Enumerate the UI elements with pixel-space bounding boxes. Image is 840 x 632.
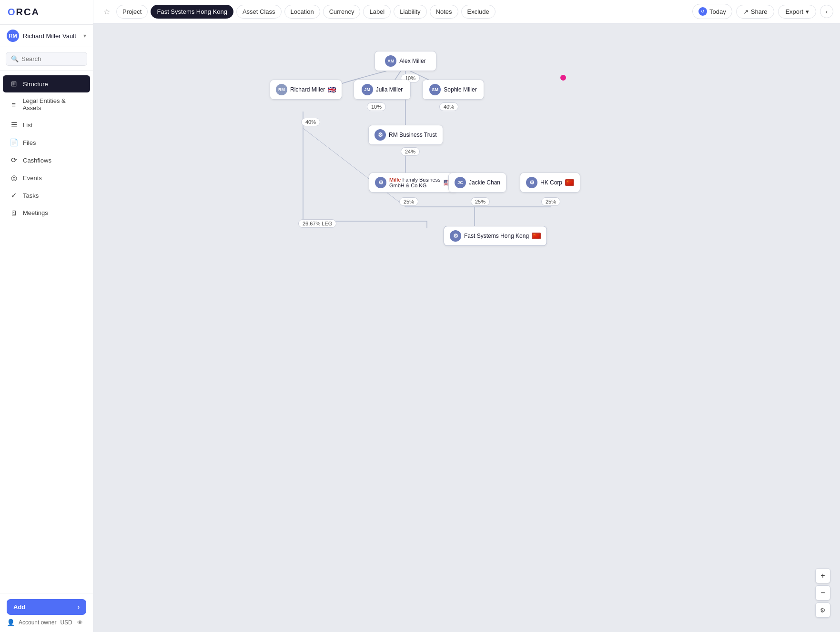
label-julia-miller: Julia Miller [376, 86, 403, 93]
share-icon: ↗ [743, 8, 749, 15]
pink-dot [560, 75, 566, 81]
node-fast-systems-hk[interactable]: ⚙ Fast Systems Hong Kong 🇨🇳 [444, 226, 547, 246]
topbar-fast-systems-button[interactable]: Fast Systems Hong Kong [151, 5, 233, 19]
sidebar-item-list[interactable]: ☰ List [3, 116, 90, 133]
sidebar-item-structure[interactable]: ⊞ Structure [3, 75, 90, 92]
star-button[interactable]: ☆ [100, 5, 113, 18]
sidebar-item-tasks[interactable]: ✓ Tasks [3, 187, 90, 204]
topbar-today-button[interactable]: ↺ Today [692, 4, 732, 19]
pct-richard-40: 40% [301, 118, 320, 126]
zoom-out-button[interactable]: − [815, 585, 830, 601]
events-icon: ◎ [10, 173, 18, 182]
sidebar-label-legal-entities: Legal Entities & Assets [22, 97, 83, 112]
tasks-icon: ✓ [10, 191, 18, 200]
sidebar-label-meetings: Meetings [23, 209, 48, 216]
sidebar-item-meetings[interactable]: 🗓 Meetings [3, 204, 90, 221]
sidebar-label-cashflows: Cashflows [23, 157, 51, 164]
zoom-in-button[interactable]: + [815, 568, 830, 583]
pct-julia-miller: 10% [367, 102, 386, 111]
pct-sophie-miller: 40% [439, 102, 458, 111]
sidebar-item-events[interactable]: ◎ Events [3, 169, 90, 186]
sidebar-nav: ⊞ Structure ≡ Legal Entities & Assets ☰ … [0, 71, 93, 593]
topbar-liability-button[interactable]: Liability [394, 5, 426, 19]
export-button[interactable]: Export ▾ [778, 5, 816, 19]
vault-avatar: RM [7, 30, 19, 42]
label-sophie-miller: Sophie Miller [444, 86, 476, 93]
node-header-fshk: ⚙ Fast Systems Hong Kong 🇨🇳 [450, 230, 541, 242]
connections-svg [93, 23, 840, 632]
node-mille-family[interactable]: ⚙ Mille Family BusinessGmbH & Co KG 🇺🇸 [369, 173, 458, 193]
avatar-richard-miller: RM [276, 84, 287, 95]
vault-selector[interactable]: RM Richard Miller Vault ▾ [0, 25, 93, 47]
collapse-button[interactable]: ‹ [820, 5, 833, 18]
location-label: Location [291, 8, 314, 15]
liability-label: Liability [400, 8, 420, 15]
avatar-fshk: ⚙ [450, 230, 461, 242]
avatar-alex-miller: AM [385, 55, 396, 67]
topbar-notes-button[interactable]: Notes [430, 5, 458, 19]
pct-mille: 25% [399, 197, 418, 206]
sidebar-label-tasks: Tasks [23, 192, 39, 199]
today-label: Today [709, 8, 726, 15]
sidebar-item-files[interactable]: 📄 Files [3, 134, 90, 151]
search-input[interactable] [21, 55, 82, 62]
add-label: Add [13, 603, 25, 611]
files-icon: 📄 [10, 138, 18, 147]
node-jackie-chan[interactable]: JC Jackie Chan [448, 173, 506, 193]
share-label: Share [751, 8, 768, 15]
add-arrow-icon: › [78, 603, 80, 611]
today-icon: ↺ [698, 7, 707, 16]
topbar-currency-button[interactable]: Currency [323, 5, 361, 19]
label-richard-miller: Richard Miller [290, 86, 325, 93]
label-rmbt: RM Business Trust [389, 132, 437, 138]
node-alex-miller[interactable]: AM Alex Miller [374, 51, 436, 71]
search-container: 🔍 [0, 47, 93, 71]
chevron-down-icon: ▾ [83, 32, 86, 39]
sidebar: ORCA RM Richard Miller Vault ▾ 🔍 ⊞ Struc… [0, 0, 93, 632]
main-content: ☆ Project Fast Systems Hong Kong Asset C… [93, 0, 840, 632]
avatar-sophie-miller: SM [429, 84, 441, 95]
structure-icon: ⊞ [10, 80, 18, 88]
avatar-hkcorp: ⚙ [526, 177, 537, 188]
logo: ORCA [0, 0, 93, 25]
topbar-exclude-button[interactable]: Exclude [461, 5, 496, 19]
meetings-icon: 🗓 [10, 209, 18, 217]
node-rm-business-trust[interactable]: ⚙ RM Business Trust [368, 125, 443, 145]
topbar-asset-class-button[interactable]: Asset Class [236, 5, 282, 19]
legal-entities-icon: ≡ [10, 101, 18, 109]
avatar-rmbt: ⚙ [374, 129, 386, 141]
filter-button[interactable]: ⚙ [815, 602, 830, 618]
node-header-mille: ⚙ Mille Family BusinessGmbH & Co KG 🇺🇸 [375, 177, 452, 188]
cashflows-icon: ⟳ [10, 156, 18, 164]
node-julia-miller[interactable]: JM Julia Miller [354, 80, 411, 100]
pct-jackie: 25% [471, 197, 490, 206]
topbar-label-button[interactable]: Label [363, 5, 391, 19]
label-label: Label [369, 8, 385, 15]
sidebar-item-cashflows[interactable]: ⟳ Cashflows [3, 152, 90, 169]
topbar: ☆ Project Fast Systems Hong Kong Asset C… [93, 0, 840, 23]
notes-label: Notes [436, 8, 452, 15]
share-button[interactable]: ↗ Share [736, 5, 775, 19]
topbar-project-button[interactable]: Project [116, 5, 148, 19]
account-icon: 👤 [7, 619, 15, 626]
label-jackie: Jackie Chan [469, 179, 500, 186]
add-button[interactable]: Add › [7, 599, 86, 615]
node-hk-corp[interactable]: ⚙ HK Corp 🇨🇳 [520, 173, 580, 193]
node-header-sophie: SM Sophie Miller [429, 84, 476, 95]
export-chevron-icon: ▾ [806, 8, 809, 15]
sidebar-item-legal-entities[interactable]: ≡ Legal Entities & Assets [3, 93, 90, 116]
graph-canvas[interactable]: AM Alex Miller 10% RM Richard Miller 🇬🇧 … [93, 23, 840, 632]
node-richard-miller[interactable]: RM Richard Miller 🇬🇧 [270, 80, 342, 100]
pct-rmbt: 24% [401, 147, 420, 156]
avatar-jackie: JC [455, 177, 466, 188]
node-header-rmbt: ⚙ RM Business Trust [374, 129, 437, 141]
asset-class-label: Asset Class [243, 8, 275, 15]
logo-text: ORCA [8, 7, 40, 18]
node-sophie-miller[interactable]: SM Sophie Miller [422, 80, 484, 100]
avatar-julia-miller: JM [362, 84, 373, 95]
sidebar-label-events: Events [23, 174, 42, 182]
eye-icon: 👁 [77, 619, 83, 626]
flag-hkcorp: 🇨🇳 [565, 179, 574, 186]
topbar-location-button[interactable]: Location [284, 5, 320, 19]
collapse-icon: ‹ [826, 8, 828, 15]
